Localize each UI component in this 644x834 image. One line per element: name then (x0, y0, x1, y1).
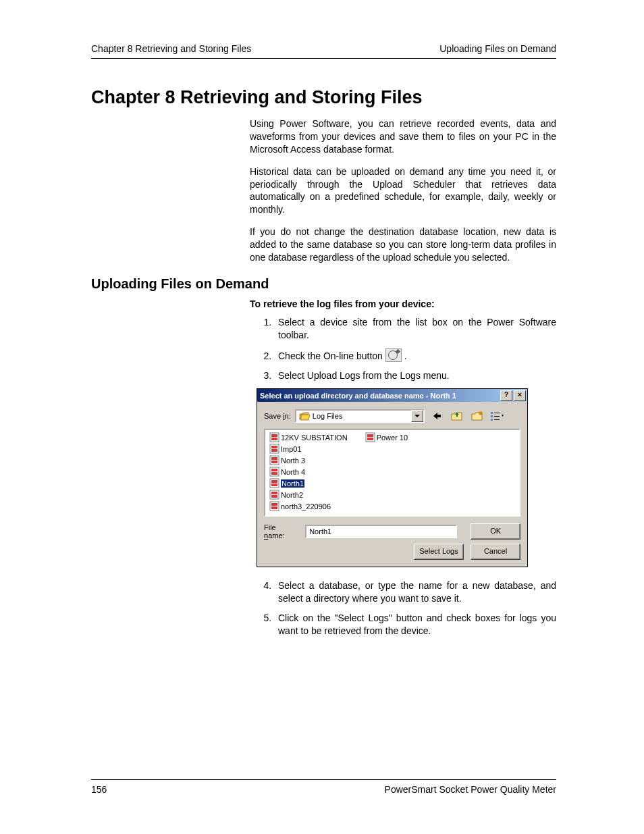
header-right: Uploading Files on Demand (439, 43, 556, 54)
file-item-label: North1 (281, 479, 304, 488)
chapter-title: Chapter 8 Retrieving and Storing Files (91, 87, 556, 108)
folder-new-icon (471, 411, 483, 421)
svg-rect-4 (491, 412, 493, 414)
filename-label: File name: (264, 523, 298, 540)
svg-rect-6 (491, 419, 493, 421)
save-dialog: Select an upload directory and database … (257, 388, 528, 567)
page-number: 156 (91, 784, 107, 795)
svg-rect-26 (271, 492, 277, 494)
database-file-icon (269, 444, 279, 454)
database-file-icon (269, 478, 279, 488)
back-button[interactable] (429, 409, 445, 423)
database-file-icon (269, 467, 279, 477)
svg-rect-16 (270, 456, 279, 465)
save-in-combo[interactable]: Log Files (295, 409, 425, 423)
svg-rect-25 (270, 490, 279, 499)
save-in-label: Save in: (264, 412, 291, 420)
svg-rect-32 (367, 434, 373, 437)
procedure-list-continued: Select a database, or type the name for … (250, 579, 556, 637)
svg-rect-12 (271, 438, 277, 440)
file-list-pane[interactable]: 12KV SUBSTATIONImp01North 3North 4North1… (264, 429, 520, 517)
arrow-left-icon (431, 411, 442, 421)
svg-rect-27 (271, 495, 277, 498)
file-item[interactable]: North2 (269, 489, 353, 500)
svg-rect-20 (271, 469, 277, 471)
svg-rect-30 (271, 506, 277, 509)
close-button[interactable]: × (514, 390, 526, 401)
file-item[interactable]: 12KV SUBSTATION (269, 432, 353, 443)
page-footer: 156 PowerSmart Socket Power Quality Mete… (91, 779, 556, 795)
folder-open-icon (299, 412, 310, 421)
svg-rect-22 (270, 479, 279, 488)
svg-rect-13 (270, 444, 279, 453)
svg-rect-18 (271, 461, 277, 463)
intro-paragraph: Using Power Software, you can retrieve r… (250, 118, 556, 156)
section-title: Uploading Files on Demand (91, 276, 556, 292)
database-file-icon (269, 455, 279, 465)
procedure-lead: To retrieve the log files from your devi… (250, 298, 556, 309)
new-folder-button[interactable] (469, 409, 485, 423)
step-item: Check the On-line button . (274, 348, 556, 363)
file-item[interactable]: Imp01 (269, 443, 353, 454)
step-item: Select a database, or type the name for … (274, 579, 556, 605)
intro-paragraph: If you do not change the destination dat… (250, 226, 556, 264)
dialog-title: Select an upload directory and database … (260, 392, 499, 400)
file-item[interactable]: Power 10 (365, 432, 413, 443)
step-item: Select a device site from the list box o… (274, 316, 556, 342)
svg-rect-19 (270, 467, 279, 476)
svg-rect-10 (270, 433, 279, 442)
svg-rect-33 (367, 438, 373, 440)
svg-rect-28 (270, 502, 279, 511)
svg-rect-15 (271, 449, 277, 452)
intro-paragraph: Historical data can be uploaded on deman… (250, 165, 556, 217)
filename-input[interactable]: North1 (305, 525, 457, 538)
svg-rect-14 (271, 446, 277, 448)
view-menu-button[interactable] (489, 409, 506, 423)
svg-rect-24 (271, 484, 277, 486)
product-name: PowerSmart Socket Power Quality Meter (385, 784, 556, 795)
intro-block: Using Power Software, you can retrieve r… (250, 118, 556, 264)
svg-rect-31 (366, 433, 375, 442)
file-item-label: 12KV SUBSTATION (281, 434, 348, 442)
file-item[interactable]: North1 (269, 477, 353, 489)
procedure-list: Select a device site from the list box o… (250, 316, 556, 382)
file-item[interactable]: North 4 (269, 466, 353, 477)
running-header: Chapter 8 Retrieving and Storing Files U… (91, 43, 556, 59)
file-item-label: Power 10 (377, 434, 408, 442)
dropdown-arrow-icon[interactable] (411, 410, 423, 422)
svg-rect-5 (491, 415, 493, 417)
cancel-button[interactable]: Cancel (471, 544, 520, 560)
header-left: Chapter 8 Retrieving and Storing Files (91, 43, 251, 54)
database-file-icon (269, 490, 279, 500)
svg-rect-11 (271, 434, 277, 437)
view-list-icon (490, 411, 505, 421)
file-item-label: north3_220906 (281, 502, 331, 511)
database-file-icon (365, 432, 375, 442)
select-logs-button[interactable]: Select Logs (414, 544, 464, 560)
file-item-label: Imp01 (281, 445, 302, 453)
folder-up-icon (451, 411, 463, 421)
file-item-label: North2 (281, 491, 303, 499)
svg-rect-21 (271, 472, 277, 475)
file-item[interactable]: North 3 (269, 454, 353, 466)
file-item-label: North 4 (281, 468, 305, 476)
dialog-titlebar[interactable]: Select an upload directory and database … (257, 389, 527, 402)
database-file-icon (269, 501, 279, 511)
up-one-level-button[interactable] (449, 409, 465, 423)
step-item: Select Upload Logs from the Logs menu. (274, 369, 556, 382)
database-file-icon (269, 432, 279, 442)
svg-rect-23 (271, 480, 277, 483)
help-button[interactable]: ? (500, 390, 512, 401)
file-item[interactable]: north3_220906 (269, 500, 353, 512)
svg-rect-29 (271, 503, 277, 506)
ok-button[interactable]: OK (471, 523, 520, 540)
file-item-label: North 3 (281, 457, 305, 465)
save-in-value: Log Files (313, 412, 411, 420)
svg-rect-17 (271, 457, 277, 460)
step-item: Click on the "Select Logs" button and ch… (274, 612, 556, 637)
online-button-icon (385, 348, 402, 362)
